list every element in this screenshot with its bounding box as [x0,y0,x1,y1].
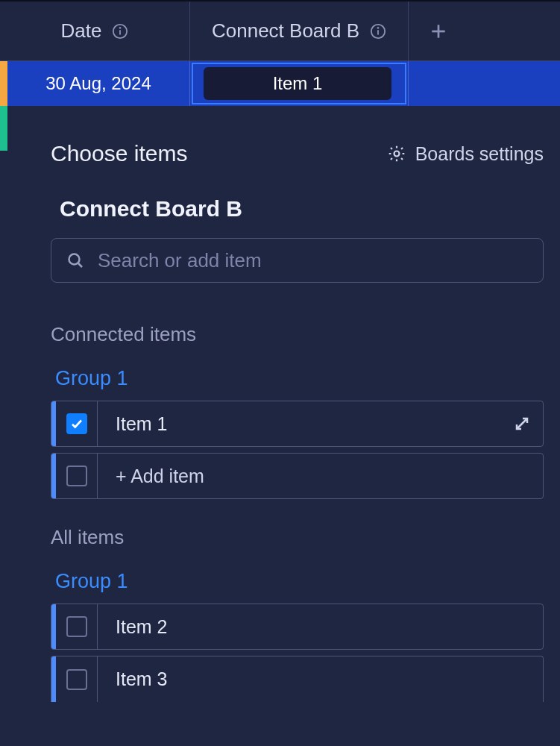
item-checkbox-cell[interactable] [56,604,98,649]
list-item[interactable]: Item 2 [51,604,544,650]
info-icon[interactable] [370,23,386,40]
connected-item-chip[interactable]: Item 1 [204,67,391,100]
choose-items-popup: Choose items Boards settings Connect Boa… [24,123,560,746]
all-items-section-label: All items [51,526,544,549]
popup-title: Choose items [51,141,187,166]
popup-header: Choose items Boards settings [51,141,544,166]
list-item[interactable]: Item 1 [51,401,544,447]
board-name-subtitle: Connect Board B [60,196,544,222]
expand-item-button[interactable] [501,415,543,433]
svg-point-5 [378,27,379,28]
svg-point-8 [394,151,399,157]
cell-connect-active: Item 1 [192,63,406,104]
item-checkbox[interactable] [66,669,87,690]
group-label: Group 1 [55,367,544,390]
svg-line-11 [517,419,527,429]
item-checkbox-cell[interactable] [56,454,98,498]
cell-connect[interactable]: Item 1 [190,61,409,106]
item-checkbox-cell[interactable] [56,401,98,446]
column-header-date[interactable]: Date [0,1,190,60]
svg-line-10 [78,263,82,267]
group-color-stripe [0,61,7,106]
column-header-row: Date Connect Board B [0,0,560,61]
group-label: Group 1 [55,570,544,593]
column-header-connect-label: Connect Board B [212,19,359,43]
info-icon[interactable] [112,23,128,40]
svg-point-9 [69,254,80,265]
column-header-date-label: Date [61,19,102,43]
svg-point-2 [120,27,121,28]
search-input-wrapper[interactable] [51,238,544,283]
item-label: Item 2 [98,616,543,638]
check-icon [70,417,84,430]
group-color-stripe [0,106,7,151]
connected-item-chip-label: Item 1 [273,73,323,94]
search-icon [66,251,84,269]
gear-icon [387,144,406,163]
add-item-label: + Add item [98,466,543,487]
column-header-connect[interactable]: Connect Board B [190,1,409,60]
add-item-row[interactable]: + Add item [51,453,544,499]
item-checkbox[interactable] [66,616,87,637]
boards-settings-link[interactable]: Boards settings [387,143,544,165]
expand-icon [513,415,531,433]
cell-date[interactable]: 30 Aug, 2024 [7,61,190,106]
boards-settings-label: Boards settings [415,143,544,165]
cell-date-value: 30 Aug, 2024 [45,73,151,94]
add-column-button[interactable] [409,1,468,60]
connected-items-section-label: Connected items [51,323,544,346]
table-row[interactable]: 30 Aug, 2024 Item 1 [0,61,560,106]
search-input[interactable] [98,249,528,272]
item-checkbox-cell[interactable] [56,656,98,702]
item-label: Item 1 [98,413,501,435]
list-item[interactable]: Item 3 [51,656,544,702]
item-checkbox-checked[interactable] [66,413,87,434]
plus-icon [429,22,448,41]
item-checkbox[interactable] [66,466,87,486]
item-label: Item 3 [98,668,543,690]
